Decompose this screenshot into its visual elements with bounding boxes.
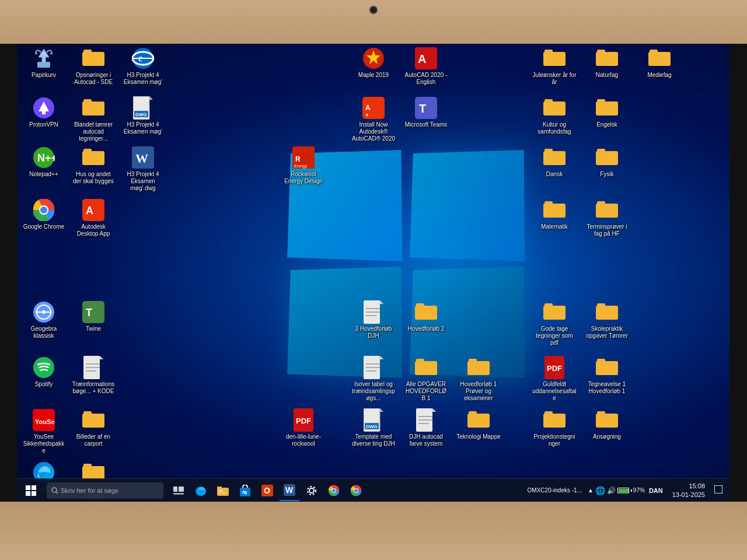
icon-image-kultur-samfund [543,96,566,120]
desktop-icon-matematik[interactable]: Matematik [531,198,578,231]
desktop-icon-hovedforloeb1-prover[interactable]: Hovedforløb 1 Prøver og eksamener [455,356,502,402]
icon-label-google-chrome: Google Chrome [20,223,67,231]
taskbar-settings[interactable] [301,480,322,501]
desktop-icon-h3-projekt-ie[interactable]: e H3 Projekt 4 Eksamen møg' [120,47,166,86]
svg-rect-142 [32,485,36,490]
desktop-icon-hovedforloeb2[interactable]: Hovedforløb 2 [403,300,449,333]
desktop-icon-traeinformationsbog[interactable]: Træinformationsbøge... + KODE [70,356,117,396]
svg-text:N++: N++ [37,152,55,164]
taskbar-search[interactable]: Skriv her for at søge [47,482,163,499]
icon-label-dansk: Dansk [531,170,578,178]
sound-icon[interactable]: 🔊 [607,487,616,495]
desktop-icon-dansk[interactable]: Dansk [531,146,578,178]
icon-image-notepadpp: N++ [32,146,55,169]
desktop-icon-blandet-toermer[interactable]: Blandet tømrer autocad tegninger... [70,96,117,143]
icon-label-hovedforloeb1-prover: Hovedforløb 1 Prøver og eksamener [455,380,502,402]
icon-label-fysik: Fysik [584,170,630,178]
desktop-icon-alle-opgaver[interactable]: Alle OPGAVER HOVEDFORLØB 1 [403,356,449,402]
hidden-icons-arrow[interactable]: ▲ [588,487,594,494]
svg-text:e: e [138,53,142,63]
icon-label-billeder-carport: Billeder af en carport [70,433,117,448]
svg-text:YouSee: YouSee [35,418,55,425]
search-icon [51,487,58,494]
svg-text:T: T [86,307,92,318]
desktop-icon-template-dwg[interactable]: DWG Template med diverse ting DJH [350,408,397,448]
taskbar-omxc-label[interactable]: OMXC20-indeks -1... [524,487,585,494]
icon-image-guldfeldt: PDF [543,356,566,379]
taskbar-edge[interactable] [190,480,211,501]
desktop-icon-mediefag[interactable]: Mediefag [636,47,683,79]
desktop-icon-gode-tage[interactable]: Gode tage tegninger som pdf [531,300,578,347]
desktop-icon-spotify[interactable]: Spotify [20,356,67,388]
desktop-icon-teknologi-mappe[interactable]: Teknologi Mappe [455,408,502,441]
taskbar-task-view[interactable] [168,480,189,501]
taskbar-office[interactable]: O [257,480,278,501]
svg-rect-72 [543,102,566,116]
desktop-icon-autocad2020[interactable]: A AutoCAD 2020 - English [403,47,449,86]
icon-image-twine: T [82,300,105,324]
right-bezel [729,44,747,502]
icon-label-maple2019: Maple 2019 [350,71,397,79]
desktop-icon-naturfag[interactable]: Naturfag [584,47,630,79]
desktop-icon-engelsk[interactable]: Engelsk [584,96,630,129]
icon-image-fysik [595,146,619,169]
desktop-icon-3-hovedforloeb[interactable]: 3 Hovedforløb DJH [350,300,397,340]
icon-label-yousee: YouSee Sikkerhedspakke [20,433,67,455]
icon-label-twine: Twine [70,325,117,333]
icon-label-ms-teams: Microsoft Teams [403,121,449,129]
desktop-icon-yousee[interactable]: YouSee YouSee Sikkerhedspakke [20,408,67,455]
svg-rect-141 [26,485,30,490]
network-icon[interactable]: 🌐 [595,486,605,495]
desktop-icon-projektionstegninger[interactable]: Projektionstegninger [531,408,578,448]
start-button[interactable] [18,479,44,502]
icon-image-recycle-bin [32,47,55,70]
taskbar-chrome2[interactable] [345,480,366,501]
svg-point-165 [332,489,336,492]
desktop-icon-terminsprover[interactable]: Terminsprøver i fag på HF [584,198,630,238]
desktop-icon-maple2019[interactable]: Maple 2019 [350,47,397,79]
taskbar-word[interactable]: W [279,480,300,501]
svg-rect-134 [467,414,490,428]
svg-rect-143 [26,491,30,496]
icon-image-spotify [32,356,55,379]
icon-label-teknologi-mappe: Teknologi Mappe [455,433,502,441]
desktop-icon-djh-autocad-farve[interactable]: DJH autocad farve system [403,408,449,448]
svg-rect-75 [596,102,618,116]
laptop-frame: Papirkurv Opsnøringer i Autocad - SDE e … [0,0,747,560]
desktop-icon-install-autodesk[interactable]: A▼ Install Now Autodesk® AutoCAD® 2020 [350,96,397,143]
icon-image-install-autodesk: A▼ [362,96,385,120]
desktop-icon-hus-andet[interactable]: Hus og andet der skal bygges [70,146,117,186]
icon-label-djh-autocad-farve: DJH autocad farve system [403,433,449,448]
taskbar-chrome[interactable] [323,480,344,501]
icon-image-djh-autocad-farve [414,408,438,432]
desktop-icon-ms-teams[interactable]: T Microsoft Teams [403,96,449,129]
desktop-icon-geogebra[interactable]: Geogebra klassisk [20,300,67,340]
desktop-icon-opsnoeringer-autocad[interactable]: Opsnøringer i Autocad - SDE [70,47,117,86]
language-indicator[interactable]: DAN [647,487,665,494]
taskbar-file-explorer[interactable] [212,480,233,501]
desktop-icon-recycle-bin[interactable]: Papirkurv [20,47,67,79]
taskbar-store[interactable]: 🛍 [235,480,256,501]
desktop-icon-protonvpn[interactable]: ProtonVPN [20,96,67,129]
desktop-icon-den-lille-lune[interactable]: PDF den-lille-lune-rockwool [280,408,327,448]
desktop-icon-twine[interactable]: T Twine [70,300,117,333]
notification-center[interactable] [712,485,725,495]
desktop-icon-notepadpp[interactable]: N++ Notepad++ [20,146,67,178]
desktop-icon-skolepraktik[interactable]: Skolepraktik opgaver Tømrer [584,300,630,340]
desktop-icon-guldfeldt[interactable]: PDF Guldfeldt uddannelsesaftale [531,356,578,402]
desktop-icon-google-chrome[interactable]: Google Chrome [20,198,67,231]
desktop-icon-autodesk-desktop[interactable]: A Autodesk Desktop App [70,198,117,238]
battery-indicator[interactable]: 97% [617,487,645,494]
desktop-icon-kultur-samfund[interactable]: Kultur og samfundsfag [531,96,578,136]
icon-image-autocad2020: A [414,47,438,70]
desktop-icon-billeder-carport[interactable]: Billeder af en carport [70,408,117,448]
desktop-icon-ansoegning[interactable]: Ansøgning [584,408,630,441]
taskbar-clock[interactable]: 15:08 13-01-2025 [668,482,710,499]
desktop-icon-h3-projekt-word[interactable]: W H3 Projekt 4 Eksamen møg'.dwg [120,146,166,192]
desktop-icon-juleonsker[interactable]: Juleønsker år for år [531,47,578,86]
desktop-icon-fysik[interactable]: Fysik [584,146,630,178]
desktop-icon-h3-projekt-dwg2[interactable]: DWG H3 Projekt 4 Eksamen møg' [120,96,166,136]
desktop-icon-isover-tabel[interactable]: Isover tabel og træindsamlingspøgs... [350,356,397,402]
desktop-icon-tegneavelse[interactable]: Tegneavelse 1 Hovedforløb 1 [584,356,630,396]
desktop-icon-rockwool[interactable]: REnergy Rockwool Energy Design [280,146,327,186]
